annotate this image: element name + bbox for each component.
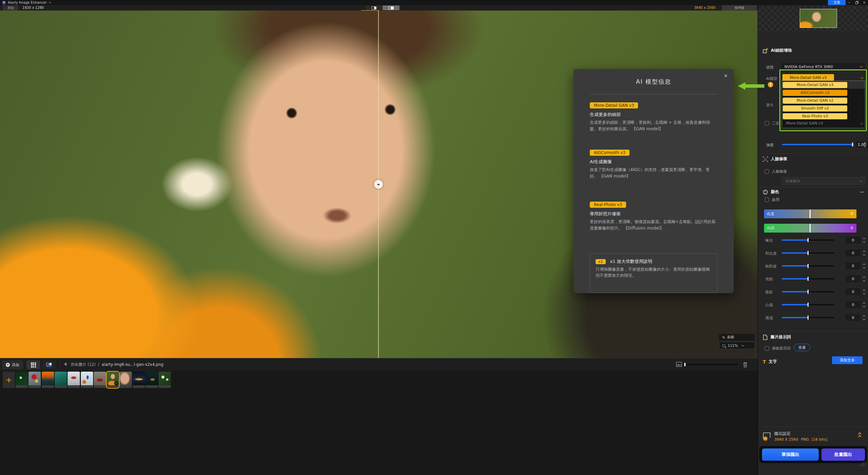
back-arrow-icon[interactable]: [64, 362, 67, 366]
slider-value[interactable]: 0: [846, 288, 861, 295]
export-single-button[interactable]: 單張匯出: [762, 448, 819, 461]
thumbnail-heron[interactable]: [16, 372, 28, 388]
adjust-slider[interactable]: [782, 239, 834, 241]
thumbnail-footer: [55, 385, 67, 388]
hardware-select[interactable]: NVIDIA GeForce RTX 3060: [781, 63, 865, 70]
thumbnail-sunset-lake[interactable]: [42, 372, 54, 388]
color-enable-checkbox[interactable]: [765, 198, 769, 202]
adjust-slider[interactable]: [782, 278, 834, 279]
zoom-level-control[interactable]: 111%: [719, 342, 755, 349]
slider-thumb[interactable]: [808, 316, 809, 320]
app-logo-icon: [2, 1, 6, 4]
thumbnail-red-aircraft-snow[interactable]: [68, 372, 80, 388]
slider-stepper[interactable]: [862, 237, 866, 243]
slider-stepper[interactable]: [862, 250, 866, 256]
adjust-slider[interactable]: [782, 304, 834, 305]
navigator-panel[interactable]: [758, 6, 868, 31]
dialog-close-icon[interactable]: ✕: [724, 73, 728, 79]
add-images-button[interactable]: + 添加: [2, 360, 23, 369]
ai-model-select[interactable]: More-Detail GAN v3: [782, 74, 834, 81]
close-button[interactable]: ✕: [861, 0, 868, 5]
temperature-slider-thumb[interactable]: [810, 209, 811, 218]
thumbnail-underwater-wreck[interactable]: [55, 372, 67, 388]
slider-value[interactable]: 0: [846, 237, 861, 243]
x1-note-body: 只增強圖像質量，不改變原始圖像的大小。適用於原始圖像模糊但不需要放大的情況。: [596, 266, 712, 279]
thumbnail-dark-lake-boat[interactable]: [146, 372, 158, 388]
thumbnail-red-flower[interactable]: [29, 372, 41, 388]
adjust-slider[interactable]: [782, 252, 834, 254]
adjust-slider[interactable]: [782, 291, 834, 292]
add-image-tile[interactable]: +: [3, 372, 15, 388]
export-batch-button[interactable]: 批量匯出: [821, 448, 865, 461]
home-button[interactable]: 主頁: [828, 0, 846, 5]
slider-label: 陰影: [765, 290, 773, 295]
secondary-enhance-checkbox[interactable]: [765, 121, 769, 125]
slider-value[interactable]: 0: [846, 275, 861, 282]
slider-thumb[interactable]: [808, 251, 809, 255]
tab-original[interactable]: 原始: [3, 5, 18, 11]
add-text-button[interactable]: 添加文本: [832, 356, 863, 364]
thumbnail-size-slider-thumb[interactable]: [684, 363, 686, 366]
slider-stepper[interactable]: [862, 301, 866, 308]
collapse-export-icon[interactable]: [858, 433, 861, 438]
split-view-toggle[interactable]: [366, 5, 383, 10]
side-by-side-toggle[interactable]: [383, 5, 400, 10]
export-settings-icon[interactable]: [762, 431, 772, 441]
compare-view-button[interactable]: [42, 360, 56, 369]
slider-value[interactable]: 0: [846, 301, 861, 308]
delete-icon[interactable]: [743, 362, 748, 368]
slider-stepper[interactable]: [862, 288, 866, 295]
face-restore-checkbox[interactable]: [765, 169, 769, 174]
slider-stepper[interactable]: [862, 275, 866, 282]
export-settings-title[interactable]: 匯出設定: [774, 431, 791, 437]
thumbnail-white-building[interactable]: [81, 372, 93, 388]
model-option[interactable]: AIGCsmooth v3: [782, 89, 865, 97]
thumbnail-city-night[interactable]: [133, 372, 145, 388]
model-option[interactable]: More-Detail GAN v3: [782, 81, 865, 89]
model-select-ghost[interactable]: More-Detail GAN v3: [782, 120, 865, 126]
tab-after-inference[interactable]: 推理後: [722, 5, 757, 11]
settings-sidebar: AI細節增強 硬體 NVIDIA GeForce RTX 3060 AI模型 M…: [758, 5, 868, 475]
model-option[interactable]: More-Detail GAN v2: [782, 97, 865, 104]
thumbnail-jungle-birds[interactable]: [159, 372, 171, 388]
tint-slider[interactable]: 色調 0: [764, 224, 856, 233]
compare-split-handle[interactable]: ◂▸: [374, 180, 383, 189]
slider-thumb[interactable]: [808, 277, 809, 281]
keep-prompt-checkbox[interactable]: [765, 346, 769, 351]
side-by-side-icon: [388, 6, 394, 10]
maximize-button[interactable]: [853, 0, 861, 5]
tint-slider-thumb[interactable]: [810, 224, 811, 233]
slider-thumb[interactable]: [808, 290, 809, 294]
thumbnail-footer: [107, 385, 119, 388]
slider-stepper[interactable]: [862, 262, 866, 269]
refresh-button[interactable]: ↻ 刷新: [719, 334, 755, 341]
temperature-slider[interactable]: 色溫 0: [764, 209, 856, 218]
minimize-button[interactable]: ─: [846, 0, 853, 5]
thumbnail-baby-selected[interactable]: ✓: [107, 372, 119, 388]
slider-value[interactable]: 0: [846, 250, 861, 256]
adjust-slider[interactable]: [782, 265, 834, 267]
adjust-slider[interactable]: [782, 317, 834, 318]
thumbnail-size-slider[interactable]: [684, 364, 738, 365]
slider-thumb[interactable]: [808, 238, 809, 242]
model-option[interactable]: Smooth Diff v2: [782, 104, 865, 112]
thumbnail-size-icon: [676, 362, 682, 367]
strength-stepper[interactable]: [863, 141, 867, 148]
grid-view-button[interactable]: [26, 360, 40, 369]
slider-thumb[interactable]: [808, 303, 809, 307]
breadcrumb-all-images[interactable]: 所有圖片 (12): [71, 362, 95, 367]
slider-value[interactable]: 0: [846, 314, 861, 321]
model-option[interactable]: Real-Photo v3: [782, 112, 865, 120]
app-menu-chevron-icon[interactable]: [49, 1, 51, 3]
face-mode-select[interactable]: 快速融合: [782, 177, 865, 185]
help-icon[interactable]: ?: [768, 82, 773, 87]
thumbnail-classic-car[interactable]: [94, 372, 106, 388]
strength-slider[interactable]: [782, 144, 854, 145]
slider-value[interactable]: 0: [846, 262, 861, 269]
view-prompt-button[interactable]: 查看: [794, 344, 810, 351]
thumbnail-woman-face[interactable]: [120, 372, 132, 388]
slider-thumb[interactable]: [808, 264, 809, 268]
strength-slider-thumb[interactable]: [852, 142, 853, 147]
collapse-color-icon[interactable]: [860, 192, 864, 192]
slider-stepper[interactable]: [862, 314, 866, 321]
